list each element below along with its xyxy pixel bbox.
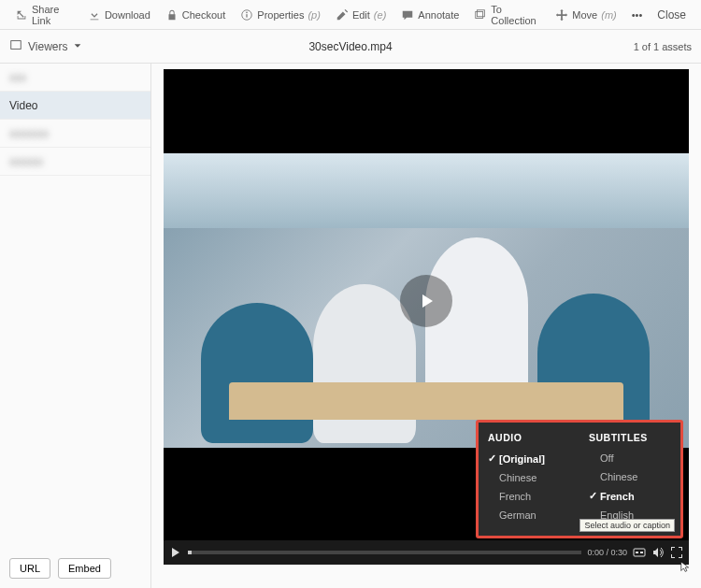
annotate-label: Annotate [418,9,459,21]
video-frame [164,153,689,448]
svg-rect-6 [634,549,645,556]
svg-rect-4 [478,9,485,16]
assets-count: 1 of 1 assets [634,41,692,52]
sidebar-item[interactable]: xxxxxx [0,148,150,176]
sidebar: xxx Video xxxxxxx xxxxxx URL Embed [0,64,151,588]
svg-rect-1 [247,14,248,18]
move-label: Move [572,9,597,21]
lock-icon [165,8,179,22]
fullscreen-button[interactable] [670,546,683,559]
more-button[interactable]: ••• [624,0,651,29]
edit-label: Edit [352,9,370,21]
audio-option-german[interactable]: German [488,506,570,524]
caption-popup: AUDIO ✓[Original] Chinese French German … [479,423,680,536]
audio-option-original[interactable]: ✓[Original] [488,449,570,468]
caption-popup-highlight: AUDIO ✓[Original] Chinese French German … [476,420,683,538]
properties-key: (p) [308,9,320,21]
sub-option-french[interactable]: ✓French [589,486,671,506]
subtitles-column: SUBTITLES Off Chinese ✓French English [579,428,680,524]
play-button[interactable] [400,275,452,327]
audio-heading: AUDIO [488,428,570,449]
sidebar-item[interactable]: xxxxxxx [0,120,150,148]
more-label: ••• [632,9,643,21]
pencil-icon [336,8,349,22]
svg-rect-8 [640,552,643,553]
sub-option-chinese[interactable]: Chinese [589,467,671,486]
play-control[interactable] [169,546,182,559]
viewers-label: Viewers [28,40,67,53]
download-label: Download [105,9,150,21]
edit-key: (e) [374,9,386,21]
video-controls: 0:00 / 0:30 [164,540,689,565]
properties-button[interactable]: Properties (p) [233,0,328,29]
volume-button[interactable] [651,546,665,559]
file-title: 30secVideo.mp4 [308,40,392,53]
audio-option-french[interactable]: French [488,487,570,506]
time-display: 0:00 / 0:30 [587,548,627,557]
audio-column: AUDIO ✓[Original] Chinese French German [479,428,579,524]
svg-rect-3 [476,11,483,18]
edit-button[interactable]: Edit (e) [328,0,393,29]
to-collection-button[interactable]: To Collection [466,0,548,29]
move-button[interactable]: Move (m) [548,0,623,29]
viewer-area: AUDIO ✓[Original] Chinese French German … [151,64,701,588]
sidebar-item-video[interactable]: Video [0,92,150,120]
properties-label: Properties [257,9,304,21]
chevron-down-icon [73,40,82,53]
svg-point-2 [247,11,249,13]
video-player[interactable]: AUDIO ✓[Original] Chinese French German … [164,69,689,565]
audio-option-chinese[interactable]: Chinese [488,468,570,487]
embed-button[interactable]: Embed [58,558,111,579]
share-link-button[interactable]: Share Link [7,0,80,29]
cursor-icon [680,561,693,574]
captions-button[interactable] [633,546,646,559]
move-icon [555,8,568,22]
annotate-icon [401,8,414,22]
close-button[interactable]: Close [650,8,694,22]
checkout-button[interactable]: Checkout [158,0,233,29]
collection-icon [474,8,487,22]
second-bar: Viewers 30secVideo.mp4 1 of 1 assets [0,30,701,64]
viewers-icon [9,38,22,54]
move-key: (m) [601,9,617,21]
download-button[interactable]: Download [80,0,158,29]
viewers-dropdown[interactable]: Viewers [9,38,82,54]
annotate-button[interactable]: Annotate [393,0,466,29]
info-icon [240,8,253,22]
sidebar-item[interactable]: xxx [0,64,150,92]
share-label: Share Link [32,4,73,26]
download-icon [88,8,101,22]
caption-tooltip: Select audio or caption [579,519,675,532]
checkout-label: Checkout [182,9,225,21]
sub-option-off[interactable]: Off [589,449,671,467]
top-toolbar: Share Link Download Checkout Properties … [0,0,701,30]
url-button[interactable]: URL [9,558,50,579]
collection-label: To Collection [491,4,540,26]
svg-rect-5 [11,41,21,50]
progress-bar[interactable] [188,551,581,554]
svg-rect-7 [636,552,638,553]
share-icon [15,8,28,22]
subtitles-heading: SUBTITLES [589,428,671,449]
